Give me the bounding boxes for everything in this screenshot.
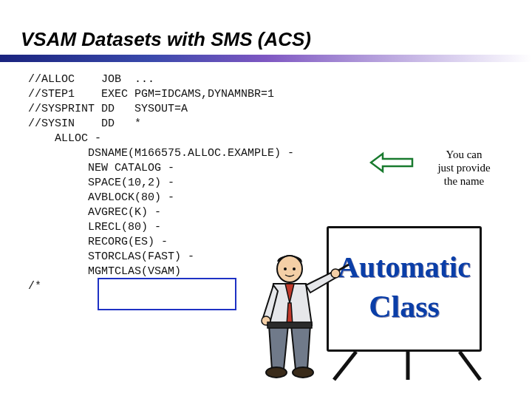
callout-line: You can xyxy=(416,148,512,161)
svg-point-9 xyxy=(266,367,287,378)
svg-point-5 xyxy=(293,267,296,270)
callout-line: the name xyxy=(416,174,512,188)
svg-point-4 xyxy=(284,267,287,270)
svg-rect-11 xyxy=(267,322,312,328)
code-line: DSNAME(M166575.ALLOC.EXAMPLE) - xyxy=(28,147,294,160)
svg-line-7 xyxy=(338,265,349,270)
code-line: /* xyxy=(28,280,41,293)
left-arrow-icon xyxy=(369,151,414,174)
code-line: //ALLOC JOB ... xyxy=(28,73,154,86)
code-line: //STEP1 EXEC PGM=IDCAMS,DYNAMNBR=1 xyxy=(28,88,274,100)
svg-point-10 xyxy=(293,367,313,378)
code-line: STORCLAS(FAST) - xyxy=(28,250,194,263)
code-line: ALLOC - xyxy=(28,132,101,145)
svg-line-2 xyxy=(460,352,480,380)
presenter-person-icon xyxy=(238,251,356,381)
code-line: AVBLOCK(80) - xyxy=(28,191,174,204)
code-line: LRECL(80) - xyxy=(28,221,161,233)
code-line: //SYSIN DD * xyxy=(28,117,141,130)
title-underline-bar xyxy=(0,55,532,62)
code-line: MGMTCLAS(VSAM) xyxy=(28,265,181,278)
callout-line: just provide xyxy=(416,161,512,174)
highlight-box xyxy=(98,278,236,310)
code-line: NEW CATALOG - xyxy=(28,162,174,174)
presenter-clipart: Automatic Class xyxy=(238,222,511,381)
code-line: SPACE(10,2) - xyxy=(28,177,174,189)
code-line: //SYSPRINT DD SYSOUT=A xyxy=(28,103,188,115)
code-line: RECORG(ES) - xyxy=(28,236,168,248)
svg-point-3 xyxy=(277,256,302,282)
code-line: AVGREC(K) - xyxy=(28,206,161,219)
slide-title: VSAM Datasets with SMS (ACS) xyxy=(21,28,311,51)
slide: VSAM Datasets with SMS (ACS) //ALLOC JOB… xyxy=(0,0,532,399)
callout-text: You can just provide the name xyxy=(416,148,512,188)
